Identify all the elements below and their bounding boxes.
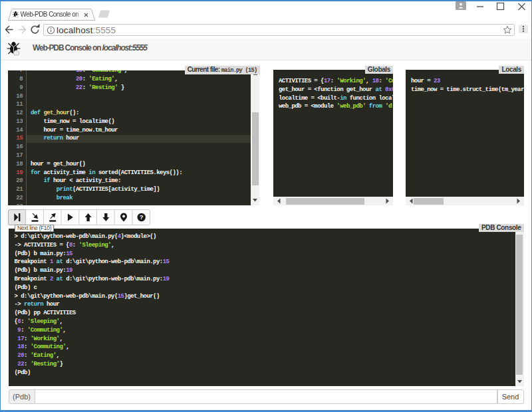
svg-text:?: ? bbox=[140, 213, 144, 221]
